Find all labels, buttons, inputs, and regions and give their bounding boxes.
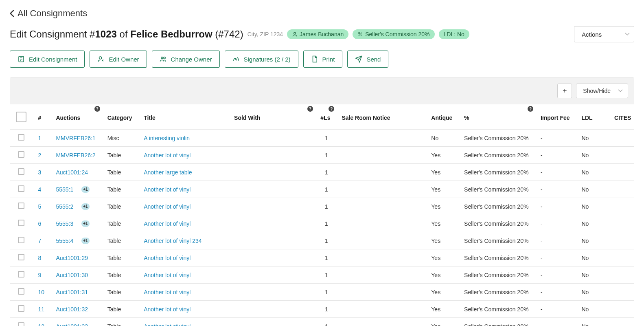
row-antique: Yes xyxy=(425,249,458,267)
row-number-link[interactable]: 1 xyxy=(32,130,50,147)
auction-link[interactable]: MMVRFEB26:2 xyxy=(56,152,95,159)
auction-link[interactable]: Auct1001:29 xyxy=(56,255,88,261)
row-auctions: 5555:1+1 xyxy=(50,181,101,198)
help-icon[interactable]: ? xyxy=(329,106,334,112)
table-row: 65555:3+1TableAnother lot of vinyl1YesSe… xyxy=(10,215,634,232)
col-header-pct[interactable]: % ? xyxy=(458,104,535,130)
row-cites xyxy=(609,249,634,267)
auction-link[interactable]: MMVRFEB26:1 xyxy=(56,135,95,141)
row-checkbox[interactable] xyxy=(18,254,24,260)
row-checkbox[interactable] xyxy=(18,185,24,192)
row-title-link[interactable]: Another lot of vinyl xyxy=(138,198,228,215)
row-title-link[interactable]: Another lot of vinyl xyxy=(138,284,228,301)
select-all-checkbox[interactable] xyxy=(16,112,26,122)
row-number-link[interactable]: 3 xyxy=(32,164,50,181)
auction-link[interactable]: Auct1001:31 xyxy=(56,289,88,295)
edit-consignment-button[interactable]: Edit Consignment xyxy=(10,51,85,68)
row-ldl: No xyxy=(576,130,609,147)
row-checkbox[interactable] xyxy=(18,220,24,226)
users-icon xyxy=(160,55,167,63)
row-number-link[interactable]: 10 xyxy=(32,284,50,301)
row-number-link[interactable]: 7 xyxy=(32,232,50,249)
auction-link[interactable]: Auct1001:24 xyxy=(56,169,88,176)
row-number-link[interactable]: 12 xyxy=(32,318,50,326)
col-header-soldwith[interactable]: Sold With ? xyxy=(228,104,315,130)
row-number-link[interactable]: 11 xyxy=(32,301,50,318)
row-ldl: No xyxy=(576,318,609,326)
row-cites xyxy=(609,232,634,249)
print-button[interactable]: Print xyxy=(303,51,343,68)
document-edit-icon xyxy=(18,55,25,63)
row-antique: Yes xyxy=(425,284,458,301)
col-header-ldl[interactable]: LDL xyxy=(576,104,609,130)
badge-agent[interactable]: James Buchanan xyxy=(287,29,348,39)
auction-link[interactable]: Auct1001:32 xyxy=(56,306,88,313)
auction-extra-badge[interactable]: +1 xyxy=(81,186,89,193)
row-number-link[interactable]: 6 xyxy=(32,215,50,232)
row-auctions: MMVRFEB26:1 xyxy=(50,130,101,147)
row-title-link[interactable]: Another lot of vinyl xyxy=(138,147,228,164)
row-checkbox[interactable] xyxy=(18,203,24,209)
help-icon[interactable]: ? xyxy=(528,106,533,112)
auction-link[interactable]: 5555:1 xyxy=(56,186,73,193)
row-title-link[interactable]: Another lot of vinyl xyxy=(138,181,228,198)
row-number-link[interactable]: 9 xyxy=(32,267,50,284)
col-header-title[interactable]: Title xyxy=(138,104,228,130)
auction-extra-badge[interactable]: +1 xyxy=(81,220,89,227)
row-checkbox[interactable] xyxy=(18,288,24,295)
svg-point-2 xyxy=(359,33,360,34)
auction-link[interactable]: Auct1001:33 xyxy=(56,323,88,326)
col-header-num[interactable]: # xyxy=(32,104,50,130)
row-title-link[interactable]: A interesting violin xyxy=(138,130,228,147)
row-title-link[interactable]: Another lot of vinyl xyxy=(138,318,228,326)
col-header-ls[interactable]: #Ls ? xyxy=(315,104,336,130)
row-checkbox[interactable] xyxy=(18,134,24,141)
row-number-link[interactable]: 4 xyxy=(32,181,50,198)
col-header-antique[interactable]: Antique xyxy=(425,104,458,130)
badge-commission[interactable]: Seller's Commission 20% xyxy=(353,29,434,39)
row-checkbox[interactable] xyxy=(18,305,24,312)
auction-extra-badge[interactable]: +1 xyxy=(81,238,89,244)
col-header-cites[interactable]: CITES xyxy=(609,104,634,130)
help-icon[interactable]: ? xyxy=(94,106,100,112)
row-sale-room-notice xyxy=(336,215,425,232)
row-number-link[interactable]: 2 xyxy=(32,147,50,164)
change-owner-button[interactable]: Change Owner xyxy=(152,51,220,68)
breadcrumb-all-consignments[interactable]: All Consignments xyxy=(10,8,634,19)
row-category: Table xyxy=(102,232,138,249)
row-ldl: No xyxy=(576,267,609,284)
auction-extra-badge[interactable]: +1 xyxy=(81,203,89,210)
row-number-link[interactable]: 8 xyxy=(32,249,50,267)
row-checkbox[interactable] xyxy=(18,237,24,243)
row-title-link[interactable]: Another lot of vinyl xyxy=(138,215,228,232)
auction-link[interactable]: 5555:4 xyxy=(56,238,73,244)
help-icon[interactable]: ? xyxy=(307,106,313,112)
auction-link[interactable]: 5555:2 xyxy=(56,203,73,210)
auction-link[interactable]: 5555:3 xyxy=(56,220,73,227)
add-row-button[interactable]: + xyxy=(557,84,572,98)
send-icon xyxy=(355,55,362,63)
show-hide-label: Show/Hide xyxy=(583,88,611,94)
row-title-link[interactable]: Another lot of vinyl xyxy=(138,267,228,284)
row-checkbox[interactable] xyxy=(18,151,24,158)
row-title-link[interactable]: Another lot of vinyl xyxy=(138,249,228,267)
col-header-srn[interactable]: Sale Room Notice xyxy=(336,104,425,130)
col-header-category[interactable]: Category xyxy=(102,104,138,130)
edit-owner-button[interactable]: Edit Owner xyxy=(90,51,147,68)
signatures-button[interactable]: Signatures (2 / 2) xyxy=(225,51,298,68)
row-checkbox[interactable] xyxy=(18,168,24,175)
row-number-link[interactable]: 5 xyxy=(32,198,50,215)
badge-ldl[interactable]: LDL: No xyxy=(439,29,469,39)
row-checkbox[interactable] xyxy=(18,271,24,278)
col-header-import[interactable]: Import Fee xyxy=(535,104,576,130)
show-hide-columns-button[interactable]: Show/Hide xyxy=(576,84,628,98)
send-button[interactable]: Send xyxy=(347,51,388,68)
row-title-link[interactable]: Another lot of vinyl xyxy=(138,301,228,318)
col-header-auctions[interactable]: Auctions ? xyxy=(50,104,101,130)
row-title-link[interactable]: Another lot of vinyl 234 xyxy=(138,232,228,249)
actions-dropdown[interactable]: Actions xyxy=(574,26,634,42)
row-checkbox[interactable] xyxy=(18,322,24,326)
row-title-link[interactable]: Another large table xyxy=(138,164,228,181)
auction-link[interactable]: Auct1001:30 xyxy=(56,272,88,278)
badge-ldl-label: LDL: No xyxy=(444,31,464,37)
